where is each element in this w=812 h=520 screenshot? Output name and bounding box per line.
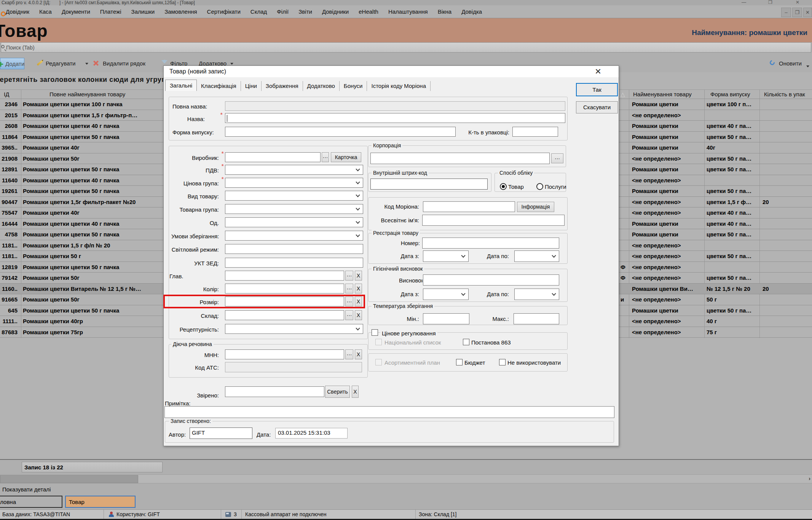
dialog-tab-0[interactable]: Загальні — [165, 80, 197, 91]
temp-max-field[interactable] — [514, 313, 559, 324]
glav-field[interactable] — [225, 271, 344, 281]
menu-item-9[interactable]: Звіти — [294, 8, 317, 15]
note-field[interactable] — [164, 406, 614, 418]
bottom-tab-tovar[interactable]: Товар — [65, 496, 136, 508]
menu-item-11[interactable]: eHealth — [354, 8, 383, 15]
menu-item-8[interactable]: Філії — [272, 8, 294, 15]
morion-code-field[interactable] — [423, 201, 515, 212]
add-button[interactable]: + Додати — [0, 58, 24, 69]
price-regulation-checkbox[interactable] — [372, 329, 378, 336]
assortment-plan-checkbox[interactable] — [375, 359, 382, 365]
column-header-qty[interactable]: Кількість в упак — [764, 91, 805, 97]
menu-item-5[interactable]: Замовлення — [160, 8, 202, 15]
dialog-tab-2[interactable]: Ціни — [241, 81, 262, 91]
menu-item-12[interactable]: Налаштування — [383, 8, 433, 15]
edit-button[interactable]: Редагувати — [46, 60, 76, 67]
unit-combo[interactable] — [225, 217, 363, 227]
hyg-date-to-combo[interactable] — [514, 289, 559, 300]
menu-item-10[interactable]: Довідники — [317, 8, 354, 15]
atc-field[interactable] — [225, 362, 362, 372]
menu-item-1[interactable]: Каса — [34, 8, 57, 15]
corporation-picker-button[interactable]: ··· — [551, 153, 563, 163]
mnn-field[interactable] — [225, 349, 344, 359]
date-field[interactable]: 03.01.2025 15:31:03 — [275, 428, 348, 439]
verify-button[interactable]: Сверить — [325, 386, 350, 398]
minimize-icon[interactable]: — — [742, 0, 746, 5]
national-list-checkbox[interactable] — [375, 339, 382, 345]
radio-poslugy[interactable] — [536, 183, 543, 190]
menu-item-6[interactable]: Сертифікати — [202, 8, 246, 15]
sklad-clear-button[interactable]: X — [355, 310, 362, 320]
dialog-tab-6[interactable]: Історія коду Моріона — [367, 81, 431, 91]
mnn-picker-button[interactable]: ··· — [345, 349, 353, 359]
dialog-tab-1[interactable]: Класифікація — [197, 81, 241, 91]
decree-checkbox[interactable] — [463, 339, 469, 345]
horizontal-scrollbar[interactable]: › — [0, 474, 812, 483]
product-kind-combo[interactable] — [225, 191, 363, 201]
ok-button[interactable]: Так — [576, 83, 618, 96]
mdi-restore-button[interactable]: ❐ — [792, 8, 802, 17]
mdi-close-button[interactable]: ✕ — [803, 8, 812, 17]
menu-item-13[interactable]: Вікна — [433, 8, 457, 15]
pack-qty-field[interactable] — [512, 127, 558, 137]
cancel-button[interactable]: Скасувати — [576, 101, 618, 113]
menu-item-14[interactable]: Довідка — [456, 8, 487, 15]
refresh-button[interactable]: Оновити — [779, 60, 802, 67]
sklad-field[interactable] — [225, 310, 344, 320]
name-field[interactable] — [225, 113, 565, 123]
vat-combo[interactable] — [225, 165, 363, 175]
product-group-combo[interactable] — [225, 204, 363, 214]
column-header-name[interactable]: Найменування товару — [633, 91, 692, 97]
color-picker-button[interactable]: ··· — [345, 284, 353, 293]
restore-icon[interactable]: ❐ — [768, 0, 772, 5]
color-clear-button[interactable]: X — [355, 284, 362, 293]
verified-clear-button[interactable]: X — [352, 386, 359, 398]
mdi-minimize-button[interactable]: – — [781, 8, 791, 17]
dialog-tab-5[interactable]: Бонуси — [340, 81, 367, 91]
price-group-combo[interactable] — [225, 178, 363, 188]
dialog-tab-4[interactable]: Додатково — [303, 81, 340, 91]
author-field[interactable]: GIFT — [190, 427, 252, 439]
dialog-close-icon[interactable]: ✕ — [593, 67, 603, 76]
conclusion-field[interactable] — [423, 274, 559, 286]
glav-clear-button[interactable]: X — [355, 271, 362, 281]
world-name-field[interactable] — [422, 215, 565, 226]
menu-item-0[interactable]: Довідник — [1, 8, 34, 15]
menu-item-2[interactable]: Документи — [57, 8, 95, 15]
dialog-tab-3[interactable]: Зображення — [262, 81, 303, 91]
info-button[interactable]: Інформація — [517, 202, 554, 212]
reg-date-to-combo[interactable] — [514, 250, 559, 262]
mnn-clear-button[interactable]: X — [355, 349, 362, 359]
reg-date-from-combo[interactable] — [423, 250, 469, 262]
column-header-form[interactable]: Форма випуску — [710, 91, 750, 97]
full-name-field[interactable] — [225, 101, 565, 111]
radio-tovar[interactable] — [500, 183, 507, 190]
manufacturer-field[interactable] — [225, 152, 321, 162]
column-header-id[interactable]: ІД — [4, 91, 9, 97]
barcode-field[interactable] — [370, 179, 488, 190]
bottom-tab-home[interactable]: Головна — [0, 496, 62, 508]
delete-row-button[interactable]: Видалити рядок — [103, 60, 145, 67]
storage-combo[interactable] — [225, 231, 363, 241]
manufacturer-picker-button[interactable]: ··· — [322, 152, 329, 162]
temp-min-field[interactable] — [423, 313, 469, 324]
recipe-combo[interactable] — [225, 324, 363, 334]
budget-checkbox[interactable] — [456, 359, 463, 365]
hyg-date-from-combo[interactable] — [423, 289, 469, 300]
menu-item-4[interactable]: Залишки — [126, 8, 160, 15]
card-button[interactable]: Карточка — [331, 152, 361, 162]
reg-number-field[interactable] — [422, 238, 559, 249]
not-used-checkbox[interactable] — [499, 359, 506, 365]
column-header-full-name[interactable]: Повне найменування товару — [49, 91, 125, 97]
scrollbar-thumb[interactable] — [0, 475, 138, 483]
menu-item-3[interactable]: Платежі — [95, 8, 126, 15]
release-form-field[interactable] — [225, 127, 456, 137]
scrollbar-right-arrow[interactable]: › — [809, 475, 810, 482]
color-field[interactable] — [225, 284, 344, 293]
menu-item-7[interactable]: Склад — [246, 8, 272, 15]
verified-field[interactable] — [225, 386, 324, 397]
search-input[interactable]: Поиск (Tab) — [1, 42, 811, 53]
light-mode-field[interactable] — [225, 244, 363, 254]
corporation-field[interactable] — [370, 153, 550, 164]
ukt-zed-field[interactable] — [225, 258, 363, 268]
